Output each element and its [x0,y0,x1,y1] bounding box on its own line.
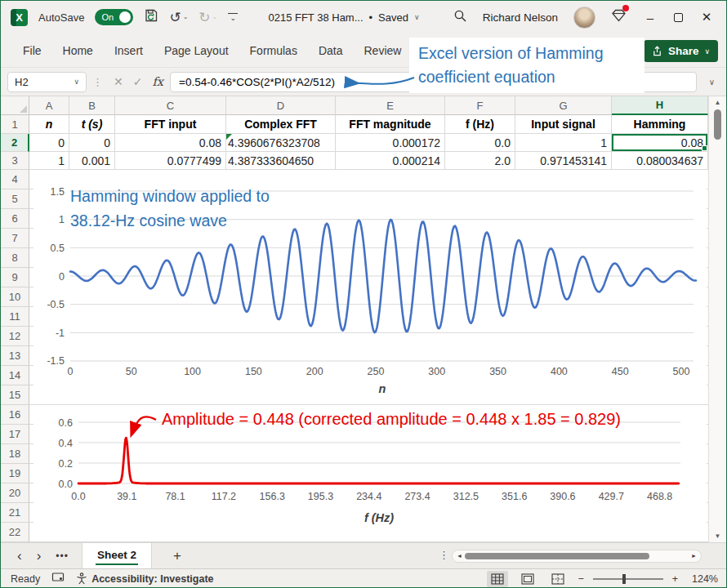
zoom-slider-thumb[interactable] [622,574,626,584]
new-sheet-icon[interactable]: + [173,548,181,564]
cell-F2[interactable]: 0.0 [445,134,515,152]
share-button[interactable]: Share ∨ [644,40,718,62]
row-header-15[interactable]: 15 [1,385,29,405]
cell-A2[interactable]: 0 [29,134,69,152]
column-header-F[interactable]: F [445,96,515,115]
cell-H1[interactable]: Hamming [612,115,708,134]
document-title[interactable]: 0215 FFT 38 Ham... [268,11,363,24]
tab-formulas[interactable]: Formulas [239,33,308,68]
zoom-out-button[interactable]: − [578,573,583,585]
user-avatar[interactable] [573,7,595,29]
cell-G3[interactable]: 0.971453141 [515,152,612,170]
name-box[interactable]: H2 ∨ [7,72,87,92]
cell-G2[interactable]: 1 [515,134,612,152]
prev-sheet-icon[interactable]: ‹ [17,549,22,563]
row-header-13[interactable]: 13 [1,346,29,366]
column-header-E[interactable]: E [336,96,445,115]
sheet-tab-active[interactable]: Sheet 2 [82,543,152,569]
excel-app-icon[interactable]: X [11,9,28,26]
redo-button[interactable]: ↻ ⌄ [198,11,217,24]
cell-D1[interactable]: Complex FFT [226,115,336,134]
undo-button[interactable]: ↺ ⌄ [169,11,188,24]
chart-hamming-window[interactable]: 1.510.50-0.5-1-1.50501001502002503003504… [33,174,707,403]
row-header-18[interactable]: 18 [1,444,29,464]
cell-C2[interactable]: 0.08 [115,134,226,152]
row-header-12[interactable]: 12 [1,327,29,346]
cell-H2-selected[interactable]: 0.08 [612,134,708,152]
cell-G1[interactable]: Input signal [515,115,612,134]
tab-data[interactable]: Data [308,33,354,68]
macro-record-icon[interactable] [51,572,65,586]
row-header-4[interactable]: 4 [1,170,29,189]
tab-review[interactable]: Review [354,33,413,68]
row-header-14[interactable]: 14 [1,366,29,385]
scroll-left-icon[interactable]: ◄ [457,553,462,559]
chart-fft-magnitude[interactable]: 0.60.40.20.00.039.178.1117.2156.3195.323… [33,405,707,534]
save-icon[interactable] [144,8,158,26]
next-sheet-icon[interactable]: › [37,549,42,563]
row-header-16[interactable]: 16 [1,405,29,425]
maximize-button[interactable] [674,13,683,22]
close-button[interactable]: ✕ [698,10,715,24]
row-header-21[interactable]: 21 [1,503,29,523]
cell-E3[interactable]: 0.000214 [336,152,445,170]
column-header-D[interactable]: D [226,96,336,115]
row-header-17[interactable]: 17 [1,425,29,444]
row-header-6[interactable]: 6 [1,209,29,229]
page-break-view-button[interactable] [547,571,569,587]
name-box-chevron-icon[interactable]: ∨ [74,78,79,86]
cell-D3[interactable]: 4.387333604650 [226,152,336,170]
zoom-slider[interactable] [593,578,663,580]
tab-splitter-handle[interactable]: ⋮ [439,549,449,561]
zoom-in-button[interactable]: + [672,573,678,585]
tab-insert[interactable]: Insert [104,33,154,68]
expand-formula-bar-icon[interactable]: ∨ [709,78,715,87]
tab-page-layout[interactable]: Page Layout [154,33,239,68]
row-header-3[interactable]: 3 [1,152,29,170]
scroll-right-icon[interactable]: ► [691,553,697,559]
cell-C1[interactable]: FFT input [115,115,226,134]
cell-F1[interactable]: f (Hz) [445,115,515,134]
column-header-C[interactable]: C [115,96,226,115]
cell-D2[interactable]: 4.3960676323708 [226,134,336,152]
cell-C3[interactable]: 0.0777499 [115,152,226,170]
cell-B3[interactable]: 0.001 [69,152,115,170]
save-status-chevron-icon[interactable]: ∨ [414,13,420,21]
user-name[interactable]: Richard Nelson [483,11,558,24]
row-header-2[interactable]: 2 [1,134,29,152]
row-header-11[interactable]: 11 [1,307,29,327]
rewards-diamond-icon[interactable] [611,8,627,26]
cell-H3[interactable]: 0.080034637 [612,152,708,170]
formula-callout-box[interactable]: Excel version of Hamming coefficient equ… [409,38,644,93]
row-header-19[interactable]: 19 [1,464,29,483]
page-layout-view-button[interactable] [517,571,538,587]
cell-E1[interactable]: FFT magnitude [336,115,445,134]
cell-B1[interactable]: t (s) [69,115,115,134]
all-sheets-icon[interactable]: ••• [56,550,69,562]
row-header-1[interactable]: 1 [1,115,29,134]
row-header-7[interactable]: 7 [1,229,29,248]
document-title-group[interactable]: 0215 FFT 38 Ham... • Saved ∨ [230,1,458,33]
normal-view-button[interactable] [487,571,508,587]
vertical-scrollbar[interactable]: ▲ ▼ [708,96,726,542]
column-header-G[interactable]: G [515,96,612,115]
cell-A1[interactable]: n [29,115,69,134]
vertical-scroll-thumb[interactable] [714,109,721,140]
horizontal-scroll-thumb[interactable] [465,553,649,559]
row-header-22[interactable]: 22 [1,523,29,542]
tab-file[interactable]: File [12,33,52,68]
column-header-B[interactable]: B [69,96,115,115]
row-header-5[interactable]: 5 [1,189,29,209]
tab-home[interactable]: Home [52,33,104,68]
cell-B2[interactable]: 0 [69,134,115,152]
row-header-10[interactable]: 10 [1,287,29,307]
autosave-toggle[interactable]: On [95,9,133,25]
cell-E2[interactable]: 0.000172 [336,134,445,152]
cell-F3[interactable]: 2.0 [445,152,515,170]
minimize-button[interactable]: – [642,11,658,24]
scroll-up-icon[interactable]: ▲ [709,99,726,106]
select-all-corner[interactable] [1,96,29,115]
accessibility-status[interactable]: Accessibility: Investigate [76,572,213,585]
scroll-down-icon[interactable]: ▼ [709,532,726,540]
row-header-20[interactable]: 20 [1,483,29,503]
